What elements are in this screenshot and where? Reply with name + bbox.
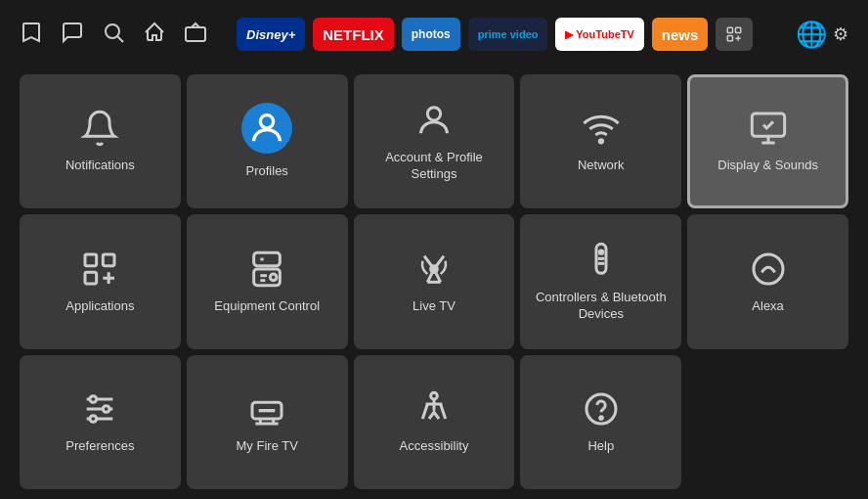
equipment-icon: [247, 250, 286, 289]
svg-rect-2: [186, 27, 205, 41]
svg-rect-3: [728, 27, 733, 32]
grid-item-account[interactable]: Account & Profile Settings: [354, 74, 515, 208]
profiles-label: Profiles: [246, 163, 288, 180]
applications-label: Applications: [65, 298, 134, 315]
grid-item-alexa[interactable]: Alexa: [687, 214, 848, 348]
alexa-icon: [749, 250, 788, 289]
settings-icon[interactable]: ⚙: [833, 23, 848, 45]
svg-rect-13: [254, 252, 281, 265]
globe-icon[interactable]: 🌐: [796, 20, 827, 50]
grid-item-notifications[interactable]: Notifications: [20, 74, 181, 208]
notifications-label: Notifications: [65, 158, 135, 174]
svg-rect-11: [104, 254, 115, 266]
tv-icon[interactable]: [184, 21, 207, 49]
grid-app[interactable]: [716, 18, 753, 51]
grid-item-empty: [687, 355, 848, 489]
controllers-label: Controllers & Bluetooth Devices: [530, 290, 672, 323]
antenna-icon: [414, 250, 454, 289]
person-icon: [414, 101, 454, 140]
top-nav: Disney+ NETFLIX photos prime video ▶ You…: [0, 0, 868, 68]
accessibility-label: Accessibility: [400, 438, 469, 455]
svg-point-40: [599, 417, 602, 420]
home-icon[interactable]: [143, 21, 166, 49]
grid-item-network[interactable]: Network: [520, 74, 681, 208]
firetv-icon: [247, 389, 286, 429]
bookmark-icon[interactable]: [20, 21, 43, 49]
profile-icon: [241, 103, 292, 154]
svg-point-6: [261, 115, 274, 128]
user-globe: 🌐 ⚙: [796, 20, 848, 50]
remote-icon: [582, 241, 621, 280]
grid-item-help[interactable]: Help: [520, 355, 681, 489]
alexa-label: Alexa: [752, 298, 784, 315]
streaming-apps: Disney+ NETFLIX photos prime video ▶ You…: [237, 18, 786, 51]
help-label: Help: [587, 438, 614, 455]
sliders-icon: [80, 389, 119, 429]
grid-item-my-fire-tv[interactable]: My Fire TV: [187, 355, 348, 489]
live-tv-label: Live TV: [412, 298, 456, 315]
svg-point-22: [599, 250, 602, 253]
preferences-label: Preferences: [65, 438, 134, 455]
grid-item-live-tv[interactable]: Live TV: [354, 214, 515, 348]
account-label: Account & Profile Settings: [364, 150, 505, 183]
svg-line-1: [118, 36, 124, 42]
bell-icon: [80, 109, 119, 148]
svg-point-25: [754, 254, 783, 284]
news-app[interactable]: news: [652, 18, 709, 51]
svg-point-29: [90, 396, 97, 403]
prime-app[interactable]: prime video: [468, 18, 548, 51]
nav-icons: [20, 21, 207, 49]
svg-point-16: [271, 274, 278, 281]
svg-point-31: [90, 416, 97, 423]
svg-rect-5: [728, 36, 733, 41]
network-label: Network: [578, 158, 625, 174]
photos-app[interactable]: photos: [402, 18, 460, 51]
my-fire-tv-label: My Fire TV: [237, 438, 298, 455]
svg-rect-4: [736, 27, 741, 32]
speech-icon[interactable]: [61, 21, 84, 49]
equipment-label: Equipment Control: [214, 298, 320, 315]
svg-point-7: [427, 107, 440, 119]
grid-item-applications[interactable]: Applications: [20, 214, 181, 348]
grid-item-display-sounds[interactable]: Display & Sounds: [687, 74, 848, 208]
svg-point-30: [104, 406, 110, 413]
netflix-app[interactable]: NETFLIX: [313, 18, 394, 51]
search-icon[interactable]: [102, 21, 125, 49]
grid-item-accessibility[interactable]: Accessibility: [354, 355, 515, 489]
youtube-app[interactable]: ▶ YouTubeTV: [555, 18, 643, 51]
settings-grid: Notifications Profiles Account & Profile…: [0, 68, 868, 499]
svg-point-8: [599, 140, 602, 143]
apps-icon: [80, 250, 119, 289]
svg-point-37: [431, 392, 438, 399]
svg-rect-12: [85, 272, 97, 284]
disney-app[interactable]: Disney+: [237, 18, 305, 51]
svg-rect-10: [85, 254, 97, 266]
grid-item-equipment[interactable]: Equipment Control: [187, 214, 348, 348]
display-sounds-label: Display & Sounds: [717, 158, 818, 174]
display-icon: [749, 109, 788, 148]
grid-item-profiles[interactable]: Profiles: [187, 74, 348, 208]
svg-point-0: [106, 24, 119, 38]
grid-item-controllers[interactable]: Controllers & Bluetooth Devices: [520, 214, 681, 348]
grid-item-preferences[interactable]: Preferences: [20, 355, 181, 489]
wifi-icon: [582, 109, 621, 148]
accessibility-icon: [414, 389, 454, 429]
help-icon: [582, 389, 621, 429]
